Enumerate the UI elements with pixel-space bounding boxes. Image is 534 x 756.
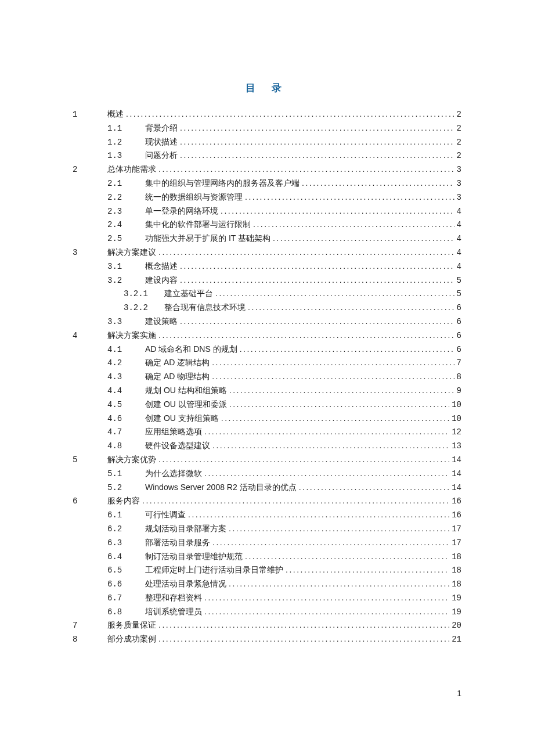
- toc-chapter-number: 7: [73, 619, 107, 632]
- toc-entry: 2.2统一的数据组织与资源管理.........................…: [73, 190, 461, 204]
- toc-label: 培训系统管理员: [145, 605, 204, 618]
- toc-leader-dots: ........................................…: [299, 481, 450, 494]
- toc-leader-dots: ........................................…: [126, 107, 454, 121]
- toc-section-number: 3.2: [107, 274, 145, 287]
- toc-section-number: 1.2: [107, 136, 145, 149]
- toc-entry: 4解决方案实施.................................…: [73, 329, 461, 343]
- toc-page-ref: 6: [454, 301, 461, 315]
- toc-page-ref: 18: [449, 550, 461, 564]
- toc-entry: 4.1AD 域命名和 DNS 的规划......................…: [73, 343, 461, 357]
- toc-leader-dots: ........................................…: [245, 550, 449, 563]
- toc-label: 概述: [107, 107, 126, 121]
- toc-leader-dots: ........................................…: [204, 467, 449, 480]
- toc-label: 部分成功案例: [107, 632, 158, 646]
- toc-leader-dots: ........................................…: [253, 218, 454, 231]
- toc-leader-dots: ........................................…: [229, 398, 449, 411]
- toc-page-ref: 20: [449, 619, 461, 632]
- toc-leader-dots: ........................................…: [302, 177, 454, 190]
- toc-page-ref: 16: [449, 509, 461, 522]
- toc-page-ref: 21: [449, 633, 461, 646]
- toc-section-number: 6.4: [107, 550, 145, 564]
- toc-label: 为什么选择微软: [145, 467, 204, 480]
- toc-page-ref: 16: [449, 495, 461, 508]
- toc-entry: 1概述.....................................…: [73, 107, 461, 121]
- toc-entry: 6.3部署活动目录服务.............................…: [73, 536, 461, 550]
- page-number: 1: [457, 689, 461, 698]
- toc-label: 确定 AD 逻辑结构: [145, 356, 212, 369]
- toc-chapter-number: 4: [73, 329, 107, 343]
- toc-label: 建设策略: [145, 315, 180, 328]
- toc-section-number: 2.3: [107, 205, 145, 218]
- toc-leader-dots: ........................................…: [180, 273, 454, 287]
- toc-page-ref: 17: [449, 537, 461, 550]
- toc-section-number: 2.4: [107, 218, 145, 232]
- toc-leader-dots: ........................................…: [212, 536, 449, 549]
- toc-entry: 2.5功能强大并易于扩展的 IT 基础架构...................…: [73, 232, 461, 246]
- toc-chapter-number: 6: [73, 495, 107, 508]
- toc-section-number: 4.1: [107, 343, 145, 357]
- toc-section-number: 6.7: [107, 592, 145, 605]
- toc-leader-dots: ........................................…: [221, 412, 449, 425]
- toc-page-ref: 7: [454, 357, 461, 370]
- toc-section-number: 4.3: [107, 370, 145, 384]
- toc-entry: 3.2建设内容.................................…: [73, 273, 461, 287]
- toc-entry: 4.8硬件设备选型建议.............................…: [73, 439, 461, 453]
- toc-page-ref: 2: [454, 122, 461, 135]
- toc-leader-dots: ........................................…: [142, 494, 449, 507]
- toc-page-ref: 5: [454, 287, 461, 301]
- toc-label: 应用组策略选项: [145, 425, 204, 438]
- toc-entry: 5.2Windows Server 2008 R2 活动目录的优点.......…: [73, 481, 461, 495]
- toc-section-number: 2.2: [107, 191, 145, 204]
- toc-page-ref: 10: [449, 412, 461, 426]
- toc-page-ref: 5: [454, 274, 461, 287]
- toc-entry: 6.8培训系统管理员..............................…: [73, 605, 461, 619]
- toc-leader-dots: ........................................…: [273, 232, 454, 245]
- toc-label: 服务质量保证: [107, 618, 158, 632]
- toc-leader-dots: ........................................…: [180, 315, 454, 328]
- toc-entry: 1.3问题分析.................................…: [73, 149, 461, 163]
- toc-section-number: 6.2: [107, 523, 145, 536]
- toc-page-ref: 9: [454, 384, 461, 398]
- toc-leader-dots: ........................................…: [180, 135, 454, 149]
- toc-page-ref: 2: [454, 149, 461, 163]
- toc-leader-dots: ........................................…: [158, 453, 449, 466]
- toc-leader-dots: ........................................…: [158, 632, 449, 646]
- toc-leader-dots: ........................................…: [286, 563, 449, 577]
- toc-label: 建立基础平台: [164, 287, 215, 300]
- toc-page-ref: 3: [454, 177, 461, 190]
- toc-label: 解决方案实施: [107, 329, 158, 342]
- toc-leader-dots: ........................................…: [221, 204, 454, 218]
- toc-leader-dots: ........................................…: [158, 163, 454, 176]
- toc-label: 部署活动目录服务: [145, 536, 212, 549]
- toc-entry: 6.2规划活动目录部署方案...........................…: [73, 522, 461, 536]
- toc-entry: 6.4制订活动目录管理维护规范.........................…: [73, 550, 461, 564]
- toc-chapter-number: 5: [73, 453, 107, 467]
- toc-chapter-number: 3: [73, 246, 107, 260]
- toc-subsection-number: 3.2.1: [124, 287, 164, 301]
- toc-section-number: 5.2: [107, 481, 145, 495]
- toc-label: 解决方案优势: [107, 453, 158, 466]
- toc-page-ref: 6: [454, 329, 461, 343]
- toc-label: 整合现有信息技术环境: [164, 301, 248, 314]
- toc-leader-dots: ........................................…: [212, 439, 449, 452]
- toc-page-ref: 8: [454, 370, 461, 384]
- toc-page-ref: 10: [449, 398, 461, 412]
- toc-leader-dots: ........................................…: [158, 329, 454, 342]
- toc-page-ref: 17: [449, 523, 461, 536]
- toc-page-ref: 12: [449, 426, 461, 439]
- toc-label: Windows Server 2008 R2 活动目录的优点: [145, 481, 299, 494]
- toc-leader-dots: ........................................…: [240, 343, 454, 356]
- toc-leader-dots: ........................................…: [204, 591, 449, 604]
- toc-entry: 7服务质量保证.................................…: [73, 618, 461, 632]
- toc-section-number: 4.4: [107, 384, 145, 398]
- toc-entry: 6.7整理和存档资料..............................…: [73, 591, 461, 605]
- toc-leader-dots: ........................................…: [204, 605, 449, 618]
- toc-page-ref: 6: [454, 343, 461, 357]
- toc-section-number: 4.8: [107, 440, 145, 453]
- toc-page-ref: 4: [454, 260, 461, 273]
- toc-section-number: 1.1: [107, 122, 145, 135]
- toc-entry: 3.2.1建立基础平台.............................…: [73, 287, 461, 301]
- toc-entry: 2.1集中的组织与管理网络内的服务器及客户端..................…: [73, 177, 461, 190]
- toc-label: 建设内容: [145, 273, 180, 287]
- toc-label: 单一登录的网络环境: [145, 204, 221, 218]
